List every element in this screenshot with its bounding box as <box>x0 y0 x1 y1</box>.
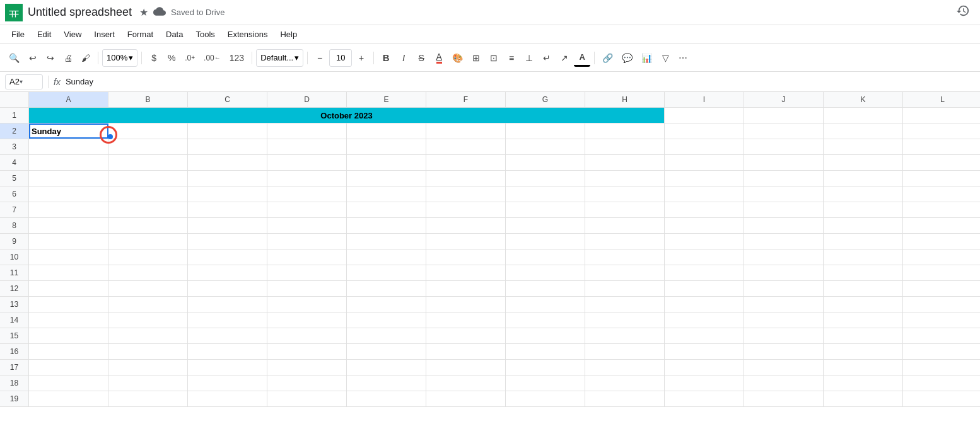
underline-button[interactable]: A <box>431 49 447 67</box>
cell-i2[interactable] <box>665 123 744 139</box>
menu-extensions[interactable]: Extensions <box>221 27 274 42</box>
font-size-plus-button[interactable]: + <box>353 49 370 67</box>
cell-reference-box[interactable]: A2 ▾ <box>5 74 43 89</box>
cell-h3[interactable] <box>585 139 665 154</box>
filter-button[interactable]: ▽ <box>657 49 674 67</box>
col-header-d[interactable]: D <box>267 92 347 107</box>
cell-j3[interactable] <box>744 139 824 154</box>
row-num-17[interactable]: 17 <box>0 360 29 375</box>
col-header-c[interactable]: C <box>188 92 267 107</box>
search-button[interactable]: 🔍 <box>5 49 23 67</box>
text-rotation-button[interactable]: ↗ <box>556 49 573 67</box>
cell-h2[interactable] <box>585 123 665 139</box>
cell-a3[interactable] <box>29 139 108 154</box>
doc-title[interactable]: Untitled spreadsheet <box>28 6 132 19</box>
menu-file[interactable]: File <box>5 27 31 42</box>
menu-help[interactable]: Help <box>274 27 303 42</box>
undo-button[interactable]: ↩ <box>25 49 41 67</box>
cell-k1[interactable] <box>824 108 903 123</box>
cell-a2[interactable]: Sunday <box>29 123 108 139</box>
menu-edit[interactable]: Edit <box>31 27 57 42</box>
row-num-7[interactable]: 7 <box>0 202 29 217</box>
menu-data[interactable]: Data <box>160 27 189 42</box>
comment-button[interactable]: 💬 <box>618 49 636 67</box>
cell-j1[interactable] <box>744 108 824 123</box>
merge-cells-button[interactable]: ⊡ <box>486 49 502 67</box>
fill-color-button[interactable]: 🎨 <box>448 49 467 67</box>
format-number-button[interactable]: 123 <box>226 49 248 67</box>
col-header-h[interactable]: H <box>585 92 665 107</box>
row-num-18[interactable]: 18 <box>0 375 29 391</box>
cell-f2[interactable] <box>426 123 506 139</box>
text-align-button[interactable]: ≡ <box>503 49 520 67</box>
cell-e2[interactable] <box>347 123 426 139</box>
row-num-13[interactable]: 13 <box>0 297 29 312</box>
row-num-1[interactable]: 1 <box>0 108 29 123</box>
text-wrap-button[interactable]: ↵ <box>539 49 555 67</box>
row-num-19[interactable]: 19 <box>0 391 29 406</box>
col-header-e[interactable]: E <box>347 92 426 107</box>
font-size-input[interactable]: 10 <box>329 49 352 67</box>
col-header-f[interactable]: F <box>426 92 506 107</box>
col-header-b[interactable]: B <box>108 92 188 107</box>
font-family-dropdown[interactable]: Default... ▾ <box>256 49 303 67</box>
history-icon[interactable] <box>956 4 970 21</box>
percent-button[interactable]: % <box>163 49 180 67</box>
col-header-j[interactable]: J <box>744 92 824 107</box>
star-icon[interactable]: ★ <box>139 6 148 18</box>
cell-k3[interactable] <box>824 139 903 154</box>
currency-button[interactable]: $ <box>146 49 162 67</box>
cell-b2[interactable] <box>108 123 188 139</box>
row-num-15[interactable]: 15 <box>0 328 29 343</box>
more-button[interactable]: ⋯ <box>675 49 691 67</box>
col-header-i[interactable]: I <box>665 92 744 107</box>
cell-c3[interactable] <box>188 139 267 154</box>
cell-g3[interactable] <box>506 139 585 154</box>
row-num-12[interactable]: 12 <box>0 281 29 296</box>
cell-l3[interactable] <box>903 139 980 154</box>
decimal-increase-button[interactable]: .0+ <box>181 49 199 67</box>
bold-button[interactable]: B <box>378 49 394 67</box>
cell-e3[interactable] <box>347 139 426 154</box>
col-header-g[interactable]: G <box>506 92 585 107</box>
zoom-dropdown[interactable]: 100% ▾ <box>102 49 137 67</box>
row-num-2[interactable]: 2 <box>0 123 29 139</box>
row-num-8[interactable]: 8 <box>0 218 29 233</box>
vertical-align-button[interactable]: ⊥ <box>521 49 537 67</box>
cell-ref-dropdown-icon[interactable]: ▾ <box>20 78 23 85</box>
decimal-decrease-button[interactable]: .00← <box>200 49 225 67</box>
cell-d2[interactable] <box>267 123 347 139</box>
cell-g2[interactable] <box>506 123 585 139</box>
cell-i1[interactable] <box>665 108 744 123</box>
cell-k2[interactable] <box>824 123 903 139</box>
menu-view[interactable]: View <box>57 27 88 42</box>
chart-button[interactable]: 📊 <box>638 49 656 67</box>
cell-i3[interactable] <box>665 139 744 154</box>
row-num-10[interactable]: 10 <box>0 249 29 265</box>
col-header-k[interactable]: K <box>824 92 903 107</box>
row-num-14[interactable]: 14 <box>0 312 29 328</box>
cell-c2[interactable] <box>188 123 267 139</box>
row-num-4[interactable]: 4 <box>0 155 29 170</box>
cell-l1[interactable] <box>903 108 980 123</box>
row-num-6[interactable]: 6 <box>0 186 29 202</box>
print-button[interactable]: 🖨 <box>60 49 76 67</box>
cell-j2[interactable] <box>744 123 824 139</box>
col-header-a[interactable]: A <box>29 92 108 107</box>
row-num-9[interactable]: 9 <box>0 234 29 249</box>
paint-format-button[interactable]: 🖌 <box>78 49 94 67</box>
row-num-11[interactable]: 11 <box>0 265 29 280</box>
menu-insert[interactable]: Insert <box>88 27 121 42</box>
menu-format[interactable]: Format <box>121 27 160 42</box>
text-color-button[interactable]: A <box>574 49 590 67</box>
cell-b3[interactable] <box>108 139 188 154</box>
italic-button[interactable]: I <box>395 49 412 67</box>
link-button[interactable]: 🔗 <box>598 49 617 67</box>
cell-d3[interactable] <box>267 139 347 154</box>
row-num-5[interactable]: 5 <box>0 171 29 186</box>
borders-button[interactable]: ⊞ <box>468 49 484 67</box>
redo-button[interactable]: ↪ <box>42 49 59 67</box>
col-header-l[interactable]: L <box>903 92 980 107</box>
cell-l2[interactable] <box>903 123 980 139</box>
font-size-minus-button[interactable]: − <box>312 49 328 67</box>
